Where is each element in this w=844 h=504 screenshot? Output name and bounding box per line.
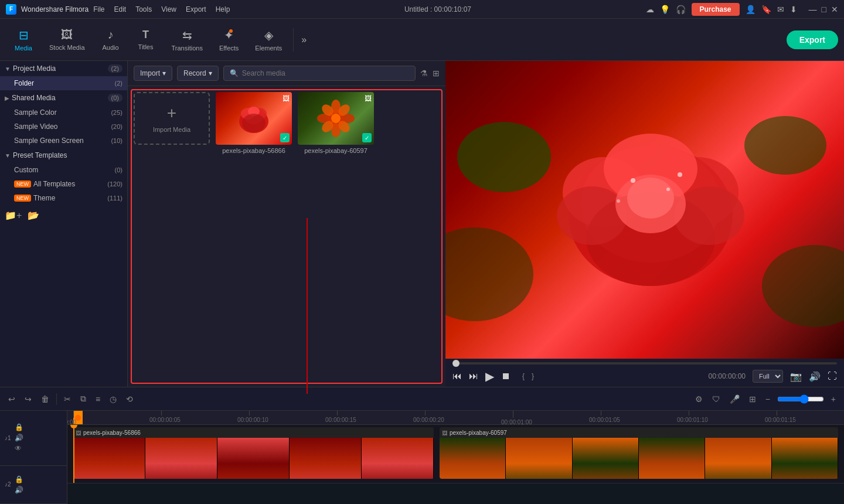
track-1-eye-icon[interactable]: 👁 [15,444,23,452]
redo-button[interactable]: ↪ [22,392,34,406]
export-button[interactable]: Export [787,30,838,49]
toolbar-media[interactable]: ⊟ Media [6,25,41,55]
stabilize-button[interactable]: ⟲ [124,392,135,406]
preset-templates-header[interactable]: ▼ Preset Templates [0,148,127,163]
download-icon[interactable]: ⬇ [790,5,797,14]
snapshot-button[interactable]: 📷 [790,371,802,382]
close-button[interactable]: ✕ [831,5,838,14]
clip-rose[interactable]: 🖼 pexels-pixabay-56866 [73,427,434,479]
sidebar-item-sample-green-screen[interactable]: Sample Green Screen (10) [0,134,127,148]
menu-help[interactable]: Help [216,5,230,13]
toolbar-titles[interactable]: T Titles [128,25,164,54]
mic-icon[interactable]: 🎤 [727,392,742,406]
track-1-icons: 🔒 🔊 👁 [15,423,23,452]
project-media-label: Project Media [13,64,108,73]
toolbar-effects[interactable]: ✦ Effects [211,25,247,55]
marker-in[interactable]: { [522,372,525,380]
add-folder-icon[interactable]: 📁+ [5,210,22,221]
svg-point-15 [331,114,341,123]
menu-file[interactable]: File [93,5,104,13]
toolbar-stock-media[interactable]: 🖼 Stock Media [41,25,93,55]
elements-label: Elements [255,45,282,52]
sidebar-item-custom[interactable]: Custom (0) [0,163,127,177]
import-button[interactable]: Import ▾ [134,66,172,81]
settings-icon[interactable]: ⚙ [693,392,705,406]
frame-back-button[interactable]: ⏭ [469,371,478,382]
toolbar-transitions[interactable]: ⇆ Transitions [164,25,211,55]
grid-view-icon[interactable]: ⊞ [433,69,440,78]
media-tile-dahlia[interactable]: 🖼 ✓ pexels-pixabay-60597 [298,92,374,154]
audio-btn[interactable]: ≡ [93,392,103,406]
sidebar-item-theme[interactable]: NEW Theme (111) [0,191,127,205]
project-media-header[interactable]: ▼ Project Media (2) [0,61,127,76]
toolbar-elements[interactable]: ◈ Elements [247,25,290,55]
purchase-button[interactable]: Purchase [692,3,740,16]
search-box: 🔍 [223,66,416,81]
menu-edit[interactable]: Edit [114,5,127,13]
bulb-icon[interactable]: 💡 [660,5,670,14]
track-2-lock-icon[interactable]: 🔒 [15,475,23,483]
playhead [73,425,74,483]
mail-icon[interactable]: ✉ [777,5,784,14]
shield-icon[interactable]: 🛡 [710,392,723,406]
toolbar-more[interactable]: » [297,35,311,45]
menu-export[interactable]: Export [186,5,206,13]
bookmark-icon[interactable]: 🔖 [761,5,771,14]
record-button[interactable]: Record ▾ [177,66,219,81]
zoom-in-button[interactable]: + [829,392,838,406]
marker-out[interactable]: } [532,372,534,380]
svg-point-19 [762,245,844,327]
seekbar-handle[interactable] [452,360,460,367]
detach-icon[interactable]: ⊞ [747,392,758,406]
shared-media-header[interactable]: ▶ Shared Media (0) [0,90,127,105]
sidebar-item-sample-video[interactable]: Sample Video (20) [0,120,127,134]
main-content: ▼ Project Media (2) Folder (2) ▶ Shared … [0,61,844,387]
folder-open-icon[interactable]: 📂 [28,210,39,221]
cloud-icon[interactable]: ☁ [646,5,654,14]
stop-button[interactable]: ⏹ [501,371,511,382]
audio-label: Audio [102,44,118,51]
headset-icon[interactable]: 🎧 [676,5,686,14]
skip-back-button[interactable]: ⏮ [452,371,462,382]
sample-video-count: (20) [111,123,122,130]
zoom-slider[interactable] [777,394,824,404]
media-label: Media [15,45,32,52]
project-media-arrow: ▼ [5,66,11,72]
menu-view[interactable]: View [161,5,176,13]
maximize-button[interactable]: □ [822,5,826,14]
search-input[interactable] [242,69,409,77]
sidebar-item-folder[interactable]: Folder (2) [0,76,127,90]
media-grid: + Import Media [128,86,445,387]
preview-seekbar[interactable] [452,362,837,365]
quality-select[interactable]: Full [753,370,783,383]
menu-tools[interactable]: Tools [135,5,152,13]
track-2-mute-icon[interactable]: 🔊 [15,486,23,494]
fullscreen-button[interactable]: ⛶ [828,371,837,382]
clip-dahlia[interactable]: 🖼 pexels-pixabay-60597 [440,427,838,479]
media-tile-rose[interactable]: 🖼 ✓ pexels-pixabay-56866 [216,92,292,154]
filter-icon[interactable]: ⚗ [420,69,428,78]
timeline-left-controls: ♪1 🔒 🔊 👁 ♪2 🔒 🔊 [0,411,67,504]
svg-point-30 [631,178,635,183]
zoom-out-button[interactable]: − [763,392,772,406]
delete-button[interactable]: 🗑 [39,392,52,406]
volume-button[interactable]: 🔊 [809,371,821,382]
shared-media-arrow: ▶ [5,95,9,101]
track-1-mute-icon[interactable]: 🔊 [15,434,23,442]
sidebar-item-sample-color[interactable]: Sample Color (25) [0,105,127,120]
effects-dot [229,29,233,33]
user-icon[interactable]: 👤 [746,5,755,14]
play-button[interactable]: ▶ [485,369,494,383]
toolbar-audio[interactable]: ♪ Audio [93,25,128,55]
track-1-lock-icon[interactable]: 🔒 [15,423,23,431]
undo-button[interactable]: ↩ [6,392,18,406]
sidebar-item-all-templates[interactable]: NEW All Templates (120) [0,177,127,191]
folder-count: (2) [115,80,122,87]
minimize-button[interactable]: — [809,5,817,14]
app-name: Wondershare Filmora [21,5,89,13]
cut-button[interactable]: ✂ [62,392,73,406]
adjust-button[interactable]: ⧉ [78,391,89,406]
import-media-tile[interactable]: + Import Media [134,92,210,145]
speed-button[interactable]: ◷ [107,392,119,406]
titles-icon: T [142,29,149,41]
